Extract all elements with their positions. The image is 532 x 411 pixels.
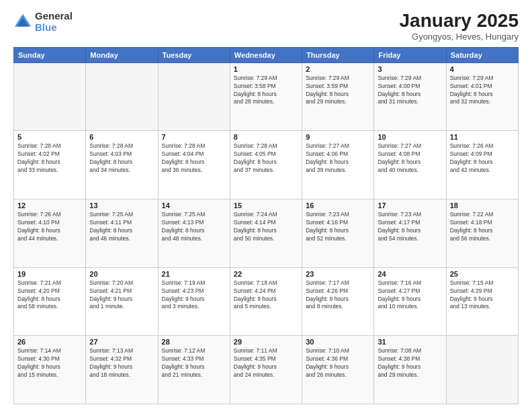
table-row: 12Sunrise: 7:26 AM Sunset: 4:10 PM Dayli… [14,199,86,268]
day-number: 27 [89,338,154,346]
table-row: 23Sunrise: 7:17 AM Sunset: 4:26 PM Dayli… [302,267,374,336]
day-number: 23 [306,270,370,278]
logo-general-text: General [35,11,73,22]
day-info: Sunrise: 7:19 AM Sunset: 4:23 PM Dayligh… [162,279,226,312]
day-number: 1 [234,65,298,73]
col-tuesday: Tuesday [158,47,230,62]
table-row: 31Sunrise: 7:08 AM Sunset: 4:38 PM Dayli… [374,336,446,404]
table-row: 27Sunrise: 7:13 AM Sunset: 4:32 PM Dayli… [86,336,158,404]
table-row: 11Sunrise: 7:26 AM Sunset: 4:09 PM Dayli… [446,131,518,199]
table-row: 24Sunrise: 7:16 AM Sunset: 4:27 PM Dayli… [374,267,446,336]
table-row: 20Sunrise: 7:20 AM Sunset: 4:21 PM Dayli… [86,267,158,336]
day-number: 7 [162,133,226,141]
calendar-week-row: 12Sunrise: 7:26 AM Sunset: 4:10 PM Dayli… [14,199,519,268]
day-number: 15 [234,201,298,210]
calendar-week-row: 19Sunrise: 7:21 AM Sunset: 4:20 PM Dayli… [14,267,519,336]
day-info: Sunrise: 7:14 AM Sunset: 4:30 PM Dayligh… [17,347,82,379]
day-number: 16 [306,201,370,210]
day-info: Sunrise: 7:29 AM Sunset: 3:59 PM Dayligh… [306,75,370,107]
table-row: 25Sunrise: 7:15 AM Sunset: 4:29 PM Dayli… [446,267,518,336]
day-info: Sunrise: 7:29 AM Sunset: 3:58 PM Dayligh… [234,75,298,107]
day-number: 10 [378,133,442,141]
day-info: Sunrise: 7:22 AM Sunset: 4:18 PM Dayligh… [450,211,515,243]
table-row [86,62,158,131]
day-number: 17 [378,201,442,210]
table-row: 9Sunrise: 7:27 AM Sunset: 4:06 PM Daylig… [302,131,374,199]
page: General Blue January 2025 Gyongyos, Heve… [0,0,532,411]
table-row: 7Sunrise: 7:28 AM Sunset: 4:04 PM Daylig… [158,131,230,199]
table-row: 30Sunrise: 7:10 AM Sunset: 4:36 PM Dayli… [302,336,374,404]
table-row: 3Sunrise: 7:29 AM Sunset: 4:00 PM Daylig… [374,62,446,131]
logo-blue-text: Blue [35,22,73,34]
logo-icon [13,13,32,32]
table-row: 22Sunrise: 7:18 AM Sunset: 4:24 PM Dayli… [230,267,302,336]
calendar-header-row: Sunday Monday Tuesday Wednesday Thursday… [14,47,519,62]
day-number: 22 [234,270,298,278]
table-row: 13Sunrise: 7:25 AM Sunset: 4:11 PM Dayli… [86,199,158,268]
day-info: Sunrise: 7:29 AM Sunset: 4:00 PM Dayligh… [378,75,442,107]
col-wednesday: Wednesday [230,47,302,62]
day-number: 19 [17,270,82,278]
table-row: 17Sunrise: 7:23 AM Sunset: 4:17 PM Dayli… [374,199,446,268]
table-row: 19Sunrise: 7:21 AM Sunset: 4:20 PM Dayli… [14,267,86,336]
day-number: 20 [89,270,154,278]
table-row: 10Sunrise: 7:27 AM Sunset: 4:08 PM Dayli… [374,131,446,199]
day-info: Sunrise: 7:08 AM Sunset: 4:38 PM Dayligh… [378,347,442,379]
col-friday: Friday [374,47,446,62]
day-number: 2 [306,65,370,73]
day-info: Sunrise: 7:27 AM Sunset: 4:08 PM Dayligh… [378,142,442,175]
table-row: 14Sunrise: 7:25 AM Sunset: 4:13 PM Dayli… [158,199,230,268]
day-info: Sunrise: 7:26 AM Sunset: 4:09 PM Dayligh… [450,142,515,175]
day-info: Sunrise: 7:10 AM Sunset: 4:36 PM Dayligh… [306,347,370,379]
table-row: 2Sunrise: 7:29 AM Sunset: 3:59 PM Daylig… [302,62,374,131]
table-row: 8Sunrise: 7:28 AM Sunset: 4:05 PM Daylig… [230,131,302,199]
day-number: 9 [306,133,370,141]
day-number: 11 [450,133,515,141]
logo-text: General Blue [35,11,73,33]
day-info: Sunrise: 7:28 AM Sunset: 4:05 PM Dayligh… [234,142,298,175]
day-number: 21 [162,270,226,278]
day-number: 31 [378,338,442,346]
day-number: 18 [450,201,515,210]
table-row [446,336,518,404]
col-thursday: Thursday [302,47,374,62]
day-number: 14 [162,201,226,210]
day-info: Sunrise: 7:18 AM Sunset: 4:24 PM Dayligh… [234,279,298,312]
table-row: 26Sunrise: 7:14 AM Sunset: 4:30 PM Dayli… [14,336,86,404]
day-info: Sunrise: 7:21 AM Sunset: 4:20 PM Dayligh… [17,279,82,312]
day-number: 28 [162,338,226,346]
table-row: 18Sunrise: 7:22 AM Sunset: 4:18 PM Dayli… [446,199,518,268]
day-info: Sunrise: 7:13 AM Sunset: 4:32 PM Dayligh… [89,347,154,379]
day-number: 3 [378,65,442,73]
day-info: Sunrise: 7:20 AM Sunset: 4:21 PM Dayligh… [89,279,154,312]
day-info: Sunrise: 7:23 AM Sunset: 4:16 PM Dayligh… [306,211,370,243]
day-number: 13 [89,201,154,210]
calendar-week-row: 5Sunrise: 7:28 AM Sunset: 4:02 PM Daylig… [14,131,519,199]
day-info: Sunrise: 7:29 AM Sunset: 4:01 PM Dayligh… [450,75,515,107]
day-info: Sunrise: 7:24 AM Sunset: 4:14 PM Dayligh… [234,211,298,243]
header: General Blue January 2025 Gyongyos, Heve… [13,11,519,42]
day-number: 8 [234,133,298,141]
table-row: 28Sunrise: 7:12 AM Sunset: 4:33 PM Dayli… [158,336,230,404]
subtitle: Gyongyos, Heves, Hungary [400,32,519,42]
day-info: Sunrise: 7:25 AM Sunset: 4:11 PM Dayligh… [89,211,154,243]
col-saturday: Saturday [446,47,518,62]
day-info: Sunrise: 7:28 AM Sunset: 4:02 PM Dayligh… [17,142,82,175]
day-info: Sunrise: 7:11 AM Sunset: 4:35 PM Dayligh… [234,347,298,379]
table-row: 5Sunrise: 7:28 AM Sunset: 4:02 PM Daylig… [14,131,86,199]
table-row [158,62,230,131]
day-info: Sunrise: 7:28 AM Sunset: 4:03 PM Dayligh… [89,142,154,175]
day-info: Sunrise: 7:28 AM Sunset: 4:04 PM Dayligh… [162,142,226,175]
table-row: 15Sunrise: 7:24 AM Sunset: 4:14 PM Dayli… [230,199,302,268]
day-info: Sunrise: 7:16 AM Sunset: 4:27 PM Dayligh… [378,279,442,312]
logo: General Blue [13,11,73,33]
table-row: 4Sunrise: 7:29 AM Sunset: 4:01 PM Daylig… [446,62,518,131]
col-sunday: Sunday [14,47,86,62]
day-number: 30 [306,338,370,346]
day-number: 29 [234,338,298,346]
table-row: 1Sunrise: 7:29 AM Sunset: 3:58 PM Daylig… [230,62,302,131]
day-info: Sunrise: 7:15 AM Sunset: 4:29 PM Dayligh… [450,279,515,312]
day-number: 12 [17,201,82,210]
table-row: 16Sunrise: 7:23 AM Sunset: 4:16 PM Dayli… [302,199,374,268]
table-row: 21Sunrise: 7:19 AM Sunset: 4:23 PM Dayli… [158,267,230,336]
